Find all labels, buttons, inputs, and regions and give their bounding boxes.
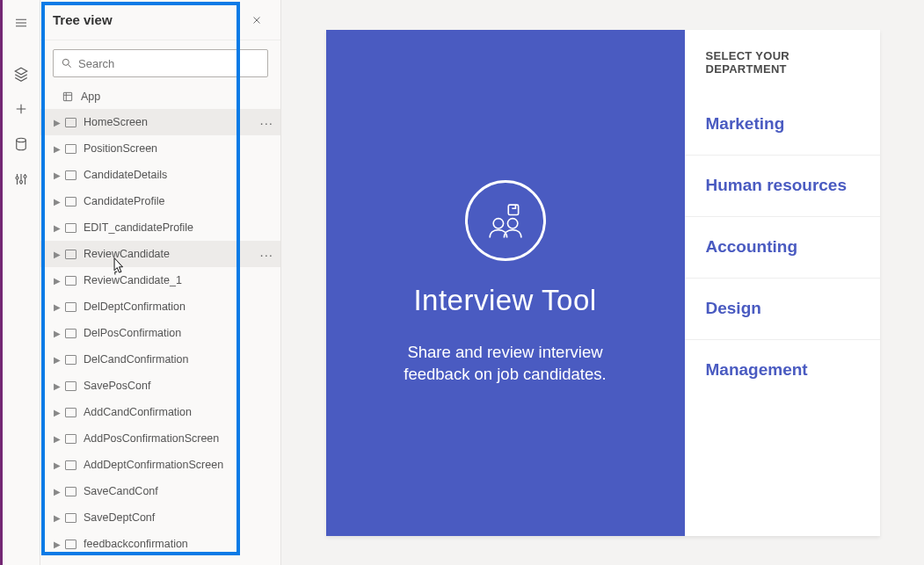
- chevron-right-icon: ▶: [51, 434, 63, 444]
- screen-icon: [65, 513, 76, 523]
- tree-item[interactable]: ▶ReviewCandidate_1···: [40, 267, 280, 293]
- svg-point-7: [493, 219, 503, 228]
- tree-view-panel: Tree view App ▶HomeScreen···▶PositionScr…: [40, 0, 281, 565]
- more-icon[interactable]: ···: [259, 247, 273, 262]
- tree-item-label: CandidateDetails: [84, 169, 280, 181]
- tree-item[interactable]: ▶AddDeptConfirmationScreen···: [40, 452, 280, 478]
- screen-icon: [65, 434, 76, 444]
- chevron-right-icon: ▶: [51, 329, 63, 338]
- tree-item-label: SaveCandConf: [84, 485, 280, 497]
- tree-item[interactable]: ▶CandidateDetails···: [40, 162, 280, 188]
- tree-item[interactable]: ▶feedbackconfirmation···: [40, 531, 280, 557]
- search-icon: [61, 57, 73, 69]
- tree-item-label: App: [81, 91, 280, 103]
- tree-item-label: DelCandConfirmation: [84, 353, 280, 366]
- preview-title: Interview Tool: [413, 284, 596, 317]
- department-item[interactable]: Design: [685, 278, 880, 339]
- department-item[interactable]: Human resources: [685, 155, 880, 216]
- chevron-right-icon: ▶: [51, 408, 63, 417]
- screen-icon: [65, 355, 76, 365]
- plus-icon[interactable]: [7, 93, 35, 125]
- preview-splash: Interview Tool Share and review intervie…: [326, 30, 685, 536]
- tree-item-label: DelPosConfirmation: [84, 327, 280, 339]
- settings-icon[interactable]: [7, 163, 35, 195]
- screen-icon: [65, 250, 76, 259]
- svg-point-3: [24, 176, 26, 178]
- left-rail: [0, 0, 40, 565]
- search-input[interactable]: [78, 57, 260, 70]
- app-logo-icon: [465, 180, 546, 261]
- tree-title: Tree view: [53, 12, 113, 27]
- svg-point-8: [507, 219, 517, 228]
- screen-icon: [65, 144, 76, 154]
- tree-item-label: DelDeptConfirmation: [84, 301, 280, 313]
- tree-item[interactable]: ▶SavePosConf···: [40, 373, 280, 399]
- tree-item[interactable]: ▶DelPosConfirmation···: [40, 320, 280, 346]
- tree-item[interactable]: ▶CandidateProfile···: [40, 188, 280, 214]
- screen-icon: [65, 170, 76, 180]
- tree-item[interactable]: ▶PositionScreen···: [40, 135, 280, 162]
- svg-point-4: [62, 59, 69, 65]
- chevron-right-icon: ▶: [51, 144, 63, 154]
- svg-rect-5: [63, 92, 71, 100]
- tree-item[interactable]: ▶AddPosConfirmationScreen···: [40, 425, 280, 452]
- svg-point-1: [16, 177, 18, 179]
- chevron-right-icon: ▶: [51, 118, 63, 127]
- chevron-right-icon: ▶: [51, 250, 63, 259]
- screen-icon: [65, 118, 76, 127]
- svg-rect-6: [508, 205, 518, 214]
- close-icon[interactable]: [245, 9, 268, 32]
- tree-item-label: SaveDeptConf: [84, 511, 280, 524]
- tree-items: App ▶HomeScreen···▶PositionScreen···▶Can…: [40, 84, 280, 565]
- tree-item-label: HomeScreen: [84, 116, 280, 128]
- tree-item[interactable]: ▶DelCandConfirmation···: [40, 346, 280, 373]
- layers-icon[interactable]: [7, 58, 35, 90]
- tree-item[interactable]: ▶ReviewCandidate···: [40, 241, 280, 267]
- tree-item-label: PositionScreen: [84, 142, 280, 155]
- hamburger-icon[interactable]: [7, 7, 35, 39]
- chevron-right-icon: ▶: [51, 276, 63, 286]
- preview-right: SELECT YOUR DEPARTMENT MarketingHuman re…: [685, 30, 880, 536]
- tree-item-label: AddCandConfirmation: [84, 406, 280, 418]
- canvas-area: Interview Tool Share and review intervie…: [281, 0, 924, 565]
- app-icon: [62, 91, 74, 103]
- svg-point-2: [20, 181, 23, 184]
- tree-item[interactable]: ▶EDIT_candidateProfile···: [40, 214, 280, 241]
- search-input-wrap[interactable]: [53, 49, 268, 77]
- tree-header: Tree view: [40, 0, 280, 40]
- chevron-right-icon: ▶: [51, 540, 63, 549]
- tree-item[interactable]: ▶SaveDeptConf···: [40, 504, 280, 531]
- tree-item[interactable]: ▶AddCandConfirmation···: [40, 399, 280, 425]
- chevron-right-icon: ▶: [51, 170, 63, 180]
- tree-item[interactable]: ▶DelDeptConfirmation···: [40, 293, 280, 320]
- department-list: MarketingHuman resourcesAccountingDesign…: [685, 93, 880, 536]
- more-icon[interactable]: ···: [259, 115, 273, 130]
- tree-item-label: feedbackconfirmation: [84, 538, 280, 550]
- tree-item-label: EDIT_candidateProfile: [84, 221, 280, 234]
- tree-item-app[interactable]: App: [40, 84, 280, 109]
- department-heading: SELECT YOUR DEPARTMENT: [685, 30, 880, 93]
- tree-item-label: ReviewCandidate: [84, 248, 280, 260]
- chevron-right-icon: ▶: [51, 513, 63, 523]
- screen-icon: [65, 329, 76, 338]
- tree-item-label: SavePosConf: [84, 380, 280, 392]
- chevron-right-icon: ▶: [51, 381, 63, 391]
- department-item[interactable]: Accounting: [685, 216, 880, 278]
- department-item[interactable]: Management: [685, 339, 880, 401]
- screen-icon: [65, 460, 76, 470]
- search-container: [40, 40, 280, 84]
- chevron-right-icon: ▶: [51, 355, 63, 365]
- screen-icon: [65, 487, 76, 496]
- tree-item[interactable]: ▶HomeScreen···: [40, 109, 280, 135]
- chevron-right-icon: ▶: [51, 487, 63, 496]
- screen-icon: [65, 223, 76, 233]
- svg-point-0: [17, 138, 26, 142]
- department-item[interactable]: Marketing: [685, 93, 880, 155]
- screen-icon: [65, 302, 76, 312]
- app-preview: Interview Tool Share and review intervie…: [326, 30, 880, 536]
- screen-icon: [65, 408, 76, 417]
- data-icon[interactable]: [7, 128, 35, 160]
- chevron-right-icon: ▶: [51, 197, 63, 206]
- tree-item-label: CandidateProfile: [84, 195, 280, 207]
- tree-item[interactable]: ▶SaveCandConf···: [40, 478, 280, 504]
